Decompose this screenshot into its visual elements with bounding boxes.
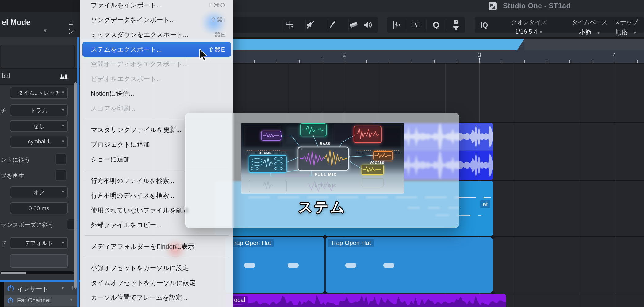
midi-note[interactable] — [288, 263, 299, 268]
listen-icon — [363, 21, 373, 29]
insert-slot-fat-channel[interactable]: Fat Channel ▼ — [4, 295, 78, 306]
midi-note[interactable] — [383, 263, 394, 268]
menu-item-send-to-notion[interactable]: Notionに送信... — [80, 86, 233, 101]
paint-tool-button[interactable] — [322, 17, 342, 33]
audio-waveform-icon[interactable] — [59, 71, 70, 81]
svg-text:BASS: BASS — [320, 142, 331, 146]
midi-note[interactable] — [244, 263, 255, 268]
inserts-title: インサート — [17, 285, 48, 293]
snap-value[interactable]: 順応 ▼ — [610, 28, 643, 37]
title-bar-corner — [0, 0, 80, 12]
play-clip-checkbox[interactable] — [55, 169, 67, 181]
clip-label: ocal — [232, 296, 248, 304]
add-insert-button[interactable]: + — [70, 283, 75, 293]
none-dropdown[interactable]: なし▼ — [10, 120, 68, 132]
bend-tool-button[interactable] — [387, 17, 407, 33]
menu-item-show-media-folder-in-finder[interactable]: メディアフォルダーをFinderに表示 — [80, 239, 233, 254]
window-title: Studio One - ST1ad — [503, 2, 571, 10]
quantize-setting[interactable]: クオンタイズ 1/16 5:4 ▼ — [500, 18, 558, 35]
quantize-value[interactable]: 1/16 5:4 ▼ — [500, 28, 558, 35]
menu-item-set-time-offset-to-cursor[interactable]: タイムオフセットをカーソルに設定 — [80, 275, 233, 290]
svg-text:VOCALS: VOCALS — [370, 161, 385, 165]
power-icon[interactable] — [7, 297, 14, 304]
menu-item-import-file[interactable]: ファイルをインポート...⇧⌘O — [80, 0, 233, 13]
menu-item-import-song-data[interactable]: ソングデータをインポート...⇧⌘I — [80, 13, 233, 27]
bar-number: 3 — [473, 52, 485, 59]
chevron-down-icon: ▼ — [596, 30, 600, 35]
cymbal-dropdown[interactable]: cymbal 1▼ — [10, 136, 68, 148]
clip-label: Trap Open Hat — [328, 239, 374, 247]
follow-transpose-label: ランスポーズに従う — [1, 221, 54, 229]
menu-item-set-frame-at-cursor[interactable]: カーソル位置でフレームを設定... — [80, 290, 233, 305]
listen-tool-button[interactable] — [358, 17, 378, 33]
menu-separator — [85, 235, 229, 236]
audio-clip-vocal[interactable]: ocal — [225, 294, 506, 307]
panel-accent-divider — [0, 280, 80, 282]
menu-separator — [85, 257, 229, 257]
midi-clip-trap-open-hat-right[interactable]: Trap Open Hat — [326, 237, 493, 293]
off-dropdown[interactable]: オフ▼ — [10, 186, 68, 198]
clip-label: at — [480, 200, 490, 208]
iq-label[interactable]: IQ — [480, 21, 488, 29]
empty-input-field[interactable] — [10, 254, 68, 268]
menu-item-export-video: ビデオをエクスポート... — [80, 72, 233, 86]
channel-mode-label: el Mode — [2, 18, 30, 27]
midi-note[interactable] — [345, 263, 356, 268]
bend-icon — [392, 20, 401, 30]
drum-dropdown[interactable]: ドラム▼ — [10, 104, 68, 116]
console-label[interactable]: コン — [68, 18, 80, 36]
inserts-panel: インサート ▼ + Fat Channel ▼ — [0, 282, 80, 307]
panel-divider[interactable] — [77, 37, 79, 307]
loop-range-end[interactable] — [517, 39, 524, 50]
default-dropdown[interactable]: デフォルト▼ — [10, 237, 68, 249]
midi-clip-trap-open-hat-left[interactable]: rap Open Hat — [225, 237, 324, 293]
timebase-setting[interactable]: タイムベース 小節 ▼ — [564, 18, 616, 37]
tool-group-snap: IQ クオンタイズ 1/16 5:4 ▼ タイムベース 小節 ▼ スナップ 順応… — [475, 17, 644, 33]
bend-range-tool-button[interactable] — [407, 17, 426, 33]
mute-tool-button[interactable] — [301, 17, 320, 33]
power-icon[interactable] — [7, 284, 15, 292]
macros-tool-button[interactable] — [446, 17, 466, 33]
ms-value-field[interactable]: 0.00 ms — [10, 202, 68, 214]
studio-one-app: Studio One - ST1ad — [0, 0, 644, 307]
timebase-value[interactable]: 小節 ▼ — [564, 28, 616, 37]
tool-group-main — [227, 17, 378, 33]
bar-number: 2 — [338, 52, 350, 59]
follow-events-label: ントに従う — [1, 156, 30, 164]
channel-mode-header: el Mode コン ▼ — [0, 12, 80, 37]
horizontal-scrollbar[interactable] — [0, 271, 74, 274]
svg-text:FULL MIX: FULL MIX — [315, 172, 337, 177]
ruler-after-loop[interactable] — [524, 39, 644, 50]
snap-label: スナップ — [610, 18, 643, 26]
clip-label: rap Open Hat — [232, 239, 274, 247]
vertical-scrollbar[interactable] — [74, 82, 77, 289]
inspector-panel: bal タイム..トレッチ▼ チ ドラム▼ なし▼ cymbal 1▼ ントに従… — [0, 37, 80, 307]
chevron-down-icon: ▼ — [61, 108, 65, 112]
chevron-down-icon: ▼ — [61, 240, 65, 245]
insert-chevron-icon[interactable]: ▼ — [69, 297, 73, 302]
mode-label: ド — [1, 239, 6, 247]
stems-diagram-image: DRUMS BASS FULL MI — [241, 123, 404, 194]
pitch-label: チ — [1, 107, 6, 115]
follow-events-checkbox[interactable] — [55, 154, 67, 165]
menu-item-export-spatial-audio: 空間オーディオをエクスポート... — [80, 57, 233, 72]
stems-export-tooltip: DRUMS BASS FULL MI — [185, 113, 459, 228]
bend-range-icon — [412, 20, 421, 30]
inserts-chevron-icon[interactable]: ▼ — [61, 286, 65, 290]
split-tool-button[interactable] — [279, 17, 299, 33]
menu-item-export-mixdown[interactable]: ミックスダウンをエクスポート...⌘E — [80, 27, 233, 42]
channel-mode-chevron-icon[interactable]: ▼ — [43, 28, 48, 33]
timestretch-dropdown[interactable]: タイム..トレッチ▼ — [10, 87, 68, 99]
quantize-q-icon: Q — [433, 20, 439, 30]
mouse-cursor — [199, 49, 209, 61]
quantize-tool-button[interactable]: Q — [426, 17, 446, 33]
eraser-icon — [349, 21, 358, 29]
menu-item-set-bar-offset-to-cursor[interactable]: 小節オフセットをカーソルに設定 — [80, 261, 233, 275]
chevron-down-icon: ▼ — [61, 190, 65, 194]
chevron-down-icon: ▼ — [61, 90, 65, 95]
snap-setting[interactable]: スナップ 順応 ▼ — [610, 18, 643, 37]
bar-number: 4 — [608, 52, 620, 59]
quantize-label: クオンタイズ — [500, 18, 558, 26]
horizontal-scrollbar-thumb[interactable] — [1, 272, 26, 274]
tool-group-bend: Q — [387, 17, 465, 33]
